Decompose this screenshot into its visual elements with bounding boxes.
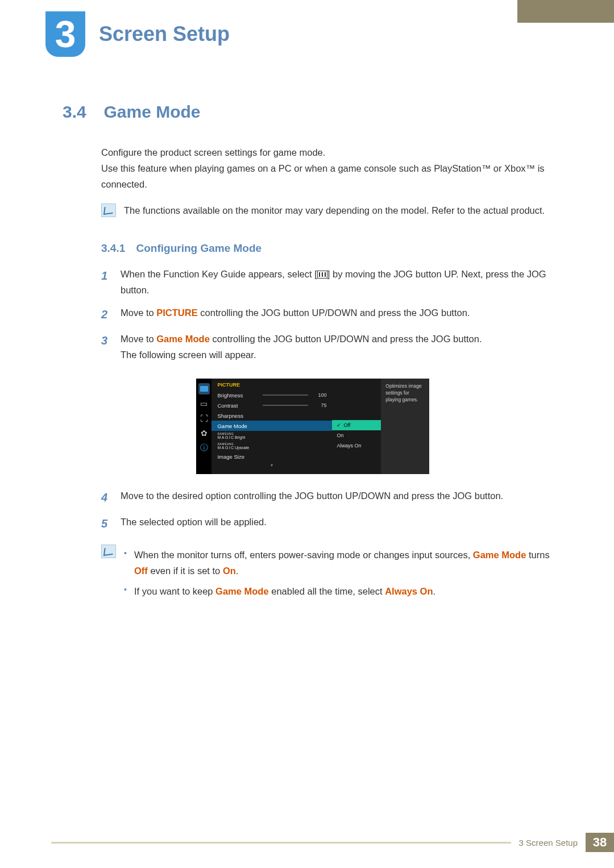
- note-block-2: When the monitor turns off, enters power…: [101, 543, 563, 604]
- note-bullets: When the monitor turns off, enters power…: [124, 547, 563, 604]
- footer-chapter-label: 3 Screen Setup: [511, 838, 586, 848]
- intro-line-2: Use this feature when playing games on a…: [101, 160, 563, 192]
- osd-row-gamemode: Game Mode: [211, 421, 332, 431]
- keyword-gamemode: Game Mode: [473, 550, 526, 560]
- keyword-on: On: [223, 566, 236, 576]
- osd-option-on: On: [332, 430, 381, 441]
- intro-paragraph: Configure the product screen settings fo…: [101, 144, 563, 192]
- osd-value: 100: [313, 392, 326, 398]
- page-footer: 3 Screen Setup 38: [51, 833, 614, 852]
- osd-color-icon: ▭: [198, 398, 210, 409]
- note-block: The functions available on the monitor m…: [101, 202, 563, 218]
- osd-row-magicbright: SAMSUNGMAGICBright: [211, 431, 332, 441]
- step-number: 1: [101, 266, 110, 285]
- osd-value: 75: [313, 402, 326, 408]
- osd-row-imagesize: Image Size: [211, 451, 332, 462]
- osd-info-icon: ⓘ: [198, 442, 210, 454]
- step-4: 4 Move to the desired option controlling…: [101, 488, 563, 507]
- note-text: The functions available on the monitor m…: [124, 202, 545, 218]
- subsection-heading: 3.4.1 Configuring Game Mode: [101, 242, 563, 255]
- step-3-text-c: The following screen will appear.: [121, 350, 256, 360]
- osd-row-contrast: Contrast 75: [211, 400, 332, 410]
- osd-panel-title: PICTURE: [211, 382, 332, 390]
- keyword-alwayson: Always On: [385, 586, 433, 596]
- step-1-text-a: When the Function Key Guide appears, sel…: [121, 269, 317, 279]
- section-title: Game Mode: [103, 102, 200, 122]
- osd-slider: [263, 394, 308, 396]
- step-3-text-a: Move to: [121, 334, 156, 344]
- footer-page-number: 38: [586, 833, 614, 852]
- steps-list-continued: 4 Move to the desired option controlling…: [101, 488, 563, 533]
- keyword-off: Off: [134, 566, 148, 576]
- osd-row-sharpness: Sharpness: [211, 410, 332, 421]
- subsection-number: 3.4.1: [101, 242, 125, 254]
- osd-help-panel: Optimizes image settings for playing gam…: [381, 379, 429, 474]
- header-accent-bar: [517, 0, 614, 23]
- osd-screenshot: ▭ ⛶ ✿ ⓘ PICTURE Brightness 100 Contrast …: [196, 379, 429, 474]
- osd-sidebar: ▭ ⛶ ✿ ⓘ: [196, 379, 211, 474]
- steps-list: 1 When the Function Key Guide appears, s…: [101, 266, 563, 363]
- section-number: 3.4: [63, 102, 101, 122]
- osd-row-brightness: Brightness 100: [211, 390, 332, 400]
- step-2-text-a: Move to: [121, 308, 156, 318]
- step-number: 3: [101, 331, 110, 350]
- osd-slider: [263, 405, 308, 406]
- osd-main-panel: PICTURE Brightness 100 Contrast 75 Sharp…: [211, 379, 332, 474]
- note-bullet-1: When the monitor turns off, enters power…: [124, 547, 563, 579]
- osd-option-off: Off: [332, 420, 381, 430]
- step-1: 1 When the Function Key Guide appears, s…: [101, 266, 563, 298]
- keyword-gamemode: Game Mode: [215, 586, 269, 596]
- section-heading: 3.4 Game Mode: [63, 102, 563, 122]
- osd-label: Contrast: [217, 402, 258, 409]
- step-5: 5 The selected option will be applied.: [101, 514, 563, 533]
- osd-option-alwayson: Always On: [332, 441, 381, 451]
- osd-settings-icon: ✿: [198, 427, 210, 439]
- intro-line-1: Configure the product screen settings fo…: [101, 144, 563, 160]
- step-number: 4: [101, 488, 110, 507]
- note-icon: [101, 545, 116, 558]
- step-2-text-b: controlling the JOG button UP/DOWN and p…: [198, 308, 470, 318]
- chapter-title: Screen Setup: [99, 22, 230, 46]
- osd-row-magicupscale: SAMSUNGMAGICUpscale: [211, 441, 332, 451]
- note-icon: [101, 203, 116, 217]
- step-3: 3 Move to Game Mode controlling the JOG …: [101, 331, 563, 363]
- osd-label: SAMSUNGMAGICUpscale: [217, 443, 258, 450]
- step-number: 2: [101, 305, 110, 324]
- keyword-gamemode: Game Mode: [156, 334, 210, 344]
- keyword-picture: PICTURE: [156, 308, 197, 318]
- step-2: 2 Move to PICTURE controlling the JOG bu…: [101, 305, 563, 324]
- osd-options-panel: Off On Always On: [332, 379, 381, 474]
- osd-resize-icon: ⛶: [198, 413, 210, 424]
- note-bullet-2: If you want to keep Game Mode enabled al…: [124, 583, 563, 599]
- menu-icon: [317, 271, 327, 279]
- osd-label: Sharpness: [217, 413, 258, 419]
- osd-label: Image Size: [217, 454, 258, 460]
- subsection-title: Configuring Game Mode: [136, 242, 262, 254]
- step-number: 5: [101, 514, 110, 533]
- osd-label: Brightness: [217, 392, 258, 398]
- chapter-number-badge: 3: [45, 11, 85, 57]
- osd-scroll-indicator: ▾: [211, 463, 332, 468]
- step-3-text-b: controlling the JOG button UP/DOWN and p…: [210, 334, 482, 344]
- step-4-text: Move to the desired option controlling t…: [121, 488, 503, 504]
- osd-label: Game Mode: [217, 423, 258, 429]
- footer-rule: [51, 842, 511, 844]
- osd-label: SAMSUNGMAGICBright: [217, 433, 258, 439]
- osd-picture-icon: [198, 383, 210, 394]
- step-5-text: The selected option will be applied.: [121, 514, 267, 530]
